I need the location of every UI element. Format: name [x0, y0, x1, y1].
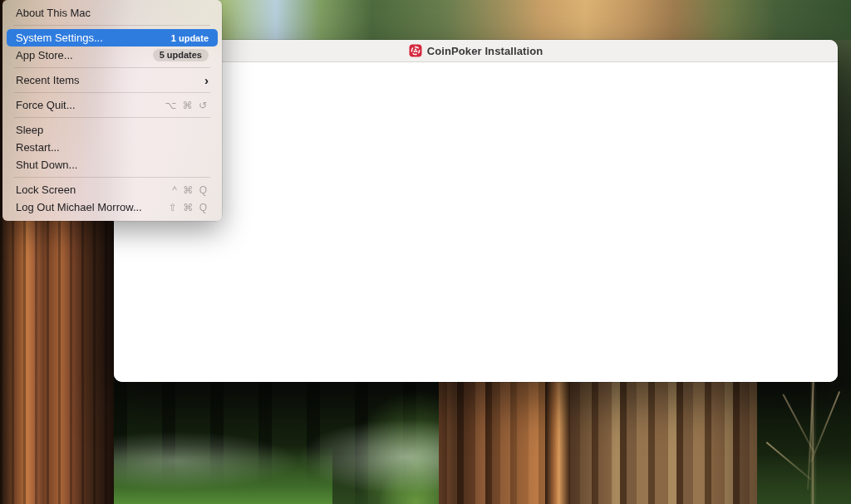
menu-item-shut-down[interactable]: Shut Down... [7, 156, 218, 174]
menu-separator [14, 177, 210, 178]
updates-count-pill: 5 updates [153, 49, 209, 61]
menu-item-log-out[interactable]: Log Out Michael Morrow... ⇧ ⌘ Q [7, 198, 218, 216]
menu-separator [14, 67, 210, 68]
menu-separator [14, 25, 210, 26]
menu-item-label: Lock Screen [16, 183, 172, 196]
menu-item-recent-items[interactable]: Recent Items › [7, 71, 218, 89]
menu-item-label: Log Out Michael Morrow... [16, 201, 169, 213]
submenu-chevron-icon: › [204, 74, 209, 86]
menu-item-system-settings[interactable]: System Settings... 1 update [7, 29, 218, 46]
installer-content [114, 62, 838, 382]
menu-item-app-store[interactable]: App Store... 5 updates [7, 46, 218, 64]
keyboard-shortcut: ^ ⌘ Q [172, 184, 209, 196]
menu-separator [14, 117, 210, 118]
menu-item-label: Force Quit... [16, 99, 165, 111]
menu-item-label: Shut Down... [16, 159, 209, 171]
window-title: CoinPoker Installation [427, 45, 543, 57]
menu-item-restart[interactable]: Restart... [7, 139, 218, 156]
menu-item-about-this-mac[interactable]: About This Mac [7, 4, 218, 22]
menu-item-label: App Store... [16, 49, 153, 61]
dead-branch [807, 365, 815, 490]
menu-item-label: Sleep [16, 124, 209, 136]
coinpoker-installer-window[interactable]: CoinPoker Installation [114, 40, 838, 382]
dead-branch [810, 391, 840, 462]
menu-item-sleep[interactable]: Sleep [7, 121, 218, 139]
menu-item-label: System Settings... [16, 32, 171, 44]
menu-item-label: Restart... [16, 141, 209, 154]
menu-item-label: About This Mac [16, 7, 209, 19]
menu-item-label: Recent Items [16, 74, 204, 86]
update-count-badge: 1 update [171, 33, 209, 43]
coinpoker-app-icon [409, 44, 422, 57]
menu-item-lock-screen[interactable]: Lock Screen ^ ⌘ Q [7, 181, 218, 198]
desktop: CoinPoker Installation About This Mac Sy… [0, 0, 851, 504]
menu-separator [14, 92, 210, 93]
window-titlebar[interactable]: CoinPoker Installation [114, 40, 838, 62]
menu-item-force-quit[interactable]: Force Quit... ⌥ ⌘ ↺ [7, 96, 218, 114]
keyboard-shortcut: ⌥ ⌘ ↺ [165, 100, 209, 111]
dead-branch [766, 442, 812, 481]
keyboard-shortcut: ⇧ ⌘ Q [169, 202, 209, 213]
apple-menu: About This Mac System Settings... 1 upda… [2, 0, 222, 221]
